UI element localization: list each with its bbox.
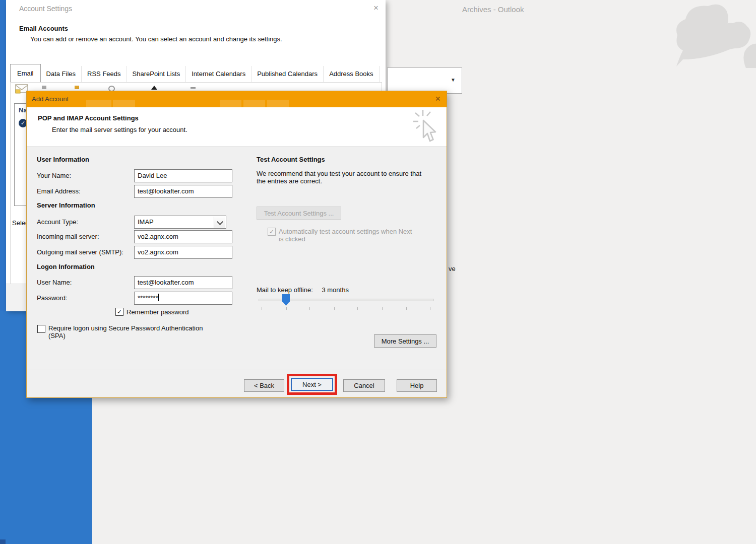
- your-name-input[interactable]: David Lee: [134, 169, 232, 182]
- slider-tick: [286, 307, 287, 310]
- account-type-label: Account Type:: [37, 218, 78, 226]
- email-accounts-heading: Email Accounts: [19, 25, 68, 32]
- tab-data-files[interactable]: Data Files: [41, 66, 82, 82]
- your-name-label: Your Name:: [37, 172, 71, 179]
- titlebar-sheen: [220, 100, 241, 107]
- back-button[interactable]: < Back: [244, 379, 284, 392]
- footer-separator: [27, 370, 447, 370]
- account-type-select[interactable]: IMAP: [134, 216, 226, 229]
- remove-icon[interactable]: [151, 86, 157, 90]
- password-masked-value: ********: [138, 294, 158, 302]
- more-settings-button[interactable]: More Settings ...: [374, 334, 436, 348]
- offline-mail-label: Mail to keep offline:: [257, 286, 313, 294]
- help-button[interactable]: Help: [397, 379, 437, 392]
- next-button-highlight: Next >: [287, 374, 337, 395]
- chevron-down-icon: [217, 219, 223, 225]
- titlebar-sheen: [113, 100, 135, 107]
- titlebar-sheen: [267, 100, 289, 107]
- next-button[interactable]: Next >: [291, 378, 333, 391]
- account-type-value: IMAP: [138, 216, 154, 228]
- test-account-settings-button: Test Account Settings ...: [257, 207, 341, 220]
- incoming-server-label: Incoming mail server:: [37, 233, 99, 240]
- auto-test-label: Automatically test account settings when…: [279, 228, 435, 243]
- move-icon[interactable]: [191, 87, 196, 89]
- user-name-input[interactable]: test@lookafter.com: [134, 276, 232, 289]
- tab-published-calendars[interactable]: Published Calendars: [251, 66, 324, 82]
- titlebar-sheen: [243, 100, 265, 107]
- outgoing-server-input[interactable]: vo2.agnx.com: [134, 246, 232, 259]
- tab-sharepoint-lists[interactable]: SharePoint Lists: [127, 66, 186, 82]
- server-information-heading: Server Information: [37, 201, 95, 209]
- change-icon[interactable]: [75, 86, 79, 89]
- account-settings-title: Account Settings: [19, 5, 72, 13]
- slider-tick: [309, 307, 310, 310]
- slider-tick: [382, 307, 383, 310]
- desktop: Archives - Outlook ve Account Settings ×…: [0, 0, 756, 544]
- chat-bubbles-watermark: [670, 0, 756, 68]
- account-settings-tabstrip: Email Data Files RSS Feeds SharePoint Li…: [10, 64, 382, 83]
- add-account-header: POP and IMAP Account Settings Enter the …: [27, 107, 447, 147]
- pop-imap-heading: POP and IMAP Account Settings: [38, 114, 139, 122]
- slider-tick: [262, 307, 262, 310]
- test-account-description: We recommend that you test your account …: [257, 170, 448, 185]
- add-account-dialog: Add Account × POP and IMAP Account Setti…: [26, 91, 447, 398]
- slider-tick: [334, 307, 335, 310]
- background-dropdown[interactable]: ▼: [387, 67, 462, 94]
- click-cursor-icon: [412, 108, 439, 145]
- taskbar-corner: [0, 539, 6, 544]
- hidden-button-text-fragment: ve: [449, 265, 456, 273]
- add-account-titlebar: Add Account ×: [27, 91, 447, 107]
- password-input[interactable]: ********: [134, 292, 232, 305]
- slider-tick: [406, 307, 407, 310]
- outlook-left-edge: [0, 0, 6, 311]
- remember-password-label: Remember password: [127, 308, 189, 316]
- email-address-input[interactable]: test@lookafter.com: [134, 185, 232, 198]
- email-address-label: Email Address:: [37, 187, 81, 195]
- outlook-window-title: Archives - Outlook: [462, 5, 524, 14]
- close-icon[interactable]: ×: [373, 4, 379, 12]
- dropdown-arrow-icon: ▼: [451, 77, 456, 83]
- close-icon[interactable]: ×: [435, 93, 440, 104]
- cancel-button[interactable]: Cancel: [343, 379, 385, 392]
- remember-password-checkbox[interactable]: ✓: [115, 308, 123, 316]
- spa-checkbox[interactable]: [37, 325, 45, 333]
- offline-mail-row: Mail to keep offline: 3 months: [257, 286, 349, 294]
- user-information-heading: User Information: [37, 156, 89, 163]
- slider-tick: [357, 307, 358, 310]
- incoming-server-input[interactable]: vo2.agnx.com: [134, 230, 232, 243]
- tab-rss-feeds[interactable]: RSS Feeds: [82, 66, 127, 82]
- combo-dropdown-button[interactable]: [214, 217, 225, 228]
- add-account-title: Add Account: [32, 95, 69, 103]
- test-account-settings-heading: Test Account Settings: [257, 156, 325, 163]
- password-label: Password:: [37, 294, 68, 302]
- tab-address-books[interactable]: Address Books: [324, 66, 379, 82]
- user-name-label: User Name:: [37, 279, 72, 286]
- tab-email[interactable]: Email: [10, 64, 41, 83]
- text-caret: [158, 294, 159, 301]
- outgoing-server-label: Outgoing mail server (SMTP):: [37, 248, 123, 256]
- repair-icon[interactable]: [42, 86, 46, 89]
- offline-mail-value: 3 months: [322, 286, 348, 294]
- offline-mail-slider-thumb[interactable]: [282, 294, 290, 306]
- logon-information-heading: Logon Information: [37, 263, 95, 270]
- email-accounts-description: You can add or remove an account. You ca…: [30, 35, 282, 43]
- tab-internet-calendars[interactable]: Internet Calendars: [186, 66, 251, 82]
- spa-label: Require logon using Secure Password Auth…: [48, 324, 235, 339]
- auto-test-checkbox: ✓: [268, 228, 276, 236]
- pop-imap-subtitle: Enter the mail server settings for your …: [52, 126, 187, 133]
- slider-tick: [430, 307, 430, 310]
- titlebar-sheen: [86, 100, 111, 107]
